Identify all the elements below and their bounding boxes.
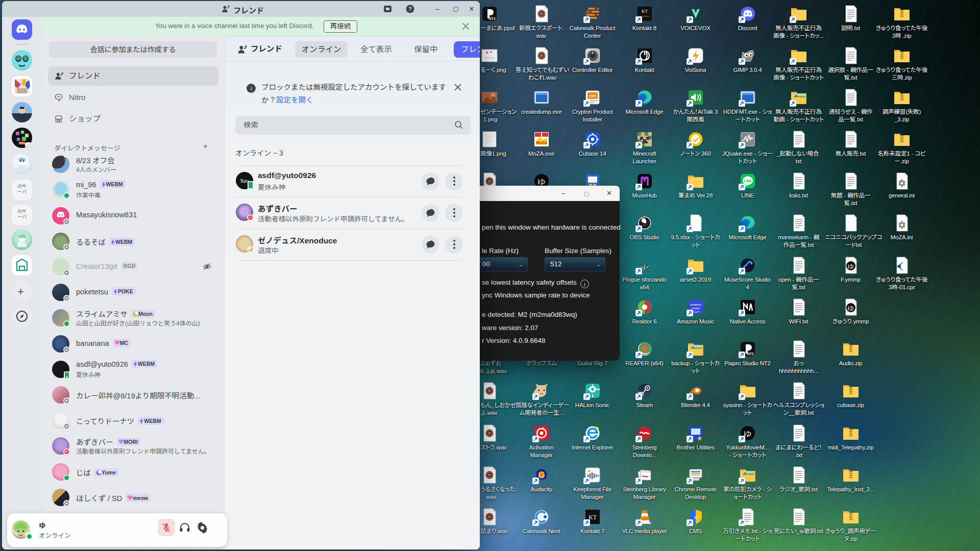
svg-text:?: ? bbox=[408, 6, 412, 12]
